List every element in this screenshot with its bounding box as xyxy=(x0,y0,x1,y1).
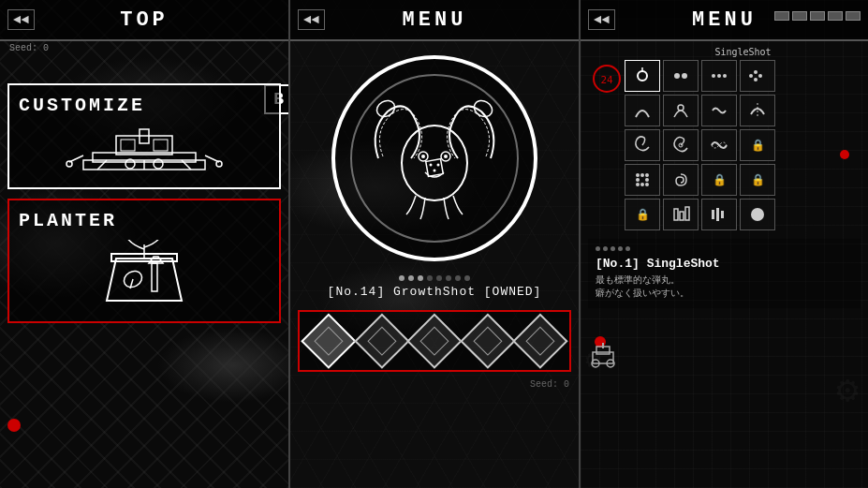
right-panel: ◄◄ MENU ⚙ ⚙ 24 SingleShot xyxy=(581,0,868,488)
weapon-cell-2[interactable] xyxy=(663,60,699,92)
svg-rect-59 xyxy=(716,208,719,221)
svg-text:24: 24 xyxy=(600,74,613,86)
seg-1 xyxy=(774,11,789,21)
svg-rect-17 xyxy=(152,263,157,291)
diamond-1[interactable] xyxy=(301,313,356,368)
diamond-5-inner xyxy=(526,326,555,355)
svg-point-41 xyxy=(754,70,758,74)
svg-point-48 xyxy=(640,173,644,177)
dot-1 xyxy=(399,275,405,281)
right-red-dot-1 xyxy=(840,150,849,159)
planter-title: PLANTER xyxy=(19,210,270,231)
weapon-cell-3[interactable] xyxy=(701,60,737,92)
weapon-cell-spiral[interactable] xyxy=(625,129,660,161)
mid-seed: Seed: 0 xyxy=(290,379,579,390)
red-circle-accent: 24 xyxy=(592,64,622,98)
weapon-cell-dotgrid[interactable] xyxy=(625,164,660,196)
diamond-2[interactable] xyxy=(354,313,409,368)
weapon-cell-wiggly[interactable] xyxy=(701,95,737,126)
left-red-dot xyxy=(7,419,21,432)
customize-title: CUSTOMIZE xyxy=(19,95,270,116)
svg-point-51 xyxy=(645,178,649,182)
item-desc-line1: 最も標準的な弾丸。 xyxy=(596,274,853,288)
item-desc-title: [No.1] SingleShot xyxy=(596,257,853,271)
dot-5 xyxy=(436,275,442,281)
mid-back-button[interactable]: ◄◄ xyxy=(298,9,325,30)
svg-point-42 xyxy=(754,78,758,81)
weapon-cell-arc[interactable] xyxy=(740,95,775,126)
planter-icon-area xyxy=(19,237,270,312)
weapon-cell-bars2[interactable] xyxy=(701,199,737,230)
svg-line-11 xyxy=(69,155,83,162)
left-seed: Seed: 0 xyxy=(0,41,288,55)
dot-6 xyxy=(446,275,451,281)
svg-point-54 xyxy=(645,183,649,186)
seg-2 xyxy=(792,11,807,21)
svg-rect-2 xyxy=(116,136,172,155)
red-number-icon: 24 xyxy=(592,64,622,94)
seg-5 xyxy=(846,11,861,21)
svg-point-38 xyxy=(717,74,721,78)
gear-dec-1: ⚙ xyxy=(836,367,859,413)
mid-item-label: [No.14] GrowthShot [OWNED] xyxy=(290,285,579,299)
svg-point-53 xyxy=(640,183,644,186)
svg-point-27 xyxy=(437,164,440,167)
right-back-button[interactable]: ◄◄ xyxy=(588,9,615,30)
weapon-cell-curve[interactable] xyxy=(625,95,660,126)
svg-point-28 xyxy=(434,170,436,172)
weapon-cell-bigdot[interactable] xyxy=(740,199,775,230)
svg-point-37 xyxy=(712,74,715,78)
diamond-selector-row[interactable] xyxy=(298,310,571,372)
weapon-cell-curvex[interactable] xyxy=(663,95,699,126)
svg-rect-56 xyxy=(680,212,684,220)
svg-point-36 xyxy=(682,73,687,79)
svg-point-29 xyxy=(374,97,397,120)
lock-icon-3: 🔒 xyxy=(751,173,765,187)
lock-icon-2: 🔒 xyxy=(713,173,727,187)
seg-4 xyxy=(828,11,843,21)
left-back-button[interactable]: ◄◄ xyxy=(7,9,35,30)
weapon-cell-lock-2[interactable]: 🔒 xyxy=(701,164,737,196)
desc-dots xyxy=(596,246,853,251)
svg-point-30 xyxy=(471,97,494,120)
diamond-3[interactable] xyxy=(406,313,462,368)
weapon-circle-inner xyxy=(350,74,519,243)
player-mini-icon xyxy=(585,335,621,376)
customize-card[interactable]: CUSTOMIZE xyxy=(7,83,281,189)
svg-rect-8 xyxy=(154,140,168,151)
dot-7 xyxy=(455,275,461,281)
weapon-cell-singleshot[interactable] xyxy=(625,60,660,92)
planter-card[interactable]: PLANTER xyxy=(7,199,281,323)
weapon-grid-section: SingleShot xyxy=(581,41,868,235)
svg-point-44 xyxy=(678,105,684,111)
weapon-cell-wavex[interactable] xyxy=(701,129,737,161)
weapon-cell-lock-1[interactable]: 🔒 xyxy=(740,129,775,161)
svg-point-50 xyxy=(636,178,640,182)
weapon-cell-lock-4[interactable]: 🔒 xyxy=(625,199,660,230)
diamond-4[interactable] xyxy=(460,313,515,368)
weapon-cell-swirl[interactable] xyxy=(663,164,699,196)
diamond-2-inner xyxy=(367,326,396,355)
svg-point-40 xyxy=(749,74,753,78)
svg-rect-25 xyxy=(426,159,444,177)
weapon-cell-lock-3[interactable]: 🔒 xyxy=(740,164,775,196)
grid-row-2 xyxy=(586,95,862,126)
dot-3 xyxy=(418,275,423,281)
left-panel: ◄◄ TOP Seed: 0 B CUSTOMIZE xyxy=(0,0,290,488)
svg-rect-58 xyxy=(712,210,714,219)
right-title: MENU xyxy=(692,8,757,32)
svg-point-43 xyxy=(758,74,762,78)
weapon-cell-spiralx[interactable] xyxy=(663,129,699,161)
svg-point-47 xyxy=(636,173,640,177)
left-title: TOP xyxy=(120,8,169,32)
svg-point-24 xyxy=(444,155,448,158)
mid-header: ◄◄ MENU xyxy=(290,0,579,41)
weapon-cell-bars[interactable] xyxy=(663,199,699,230)
right-header: ◄◄ MENU xyxy=(581,0,868,41)
weapon-cell-4[interactable] xyxy=(740,60,775,92)
svg-point-26 xyxy=(430,164,433,167)
segment-dots xyxy=(774,11,861,21)
mid-title: MENU xyxy=(403,8,467,32)
mid-panel: ◄◄ MENU xyxy=(290,0,581,488)
diamond-5[interactable] xyxy=(513,313,568,368)
